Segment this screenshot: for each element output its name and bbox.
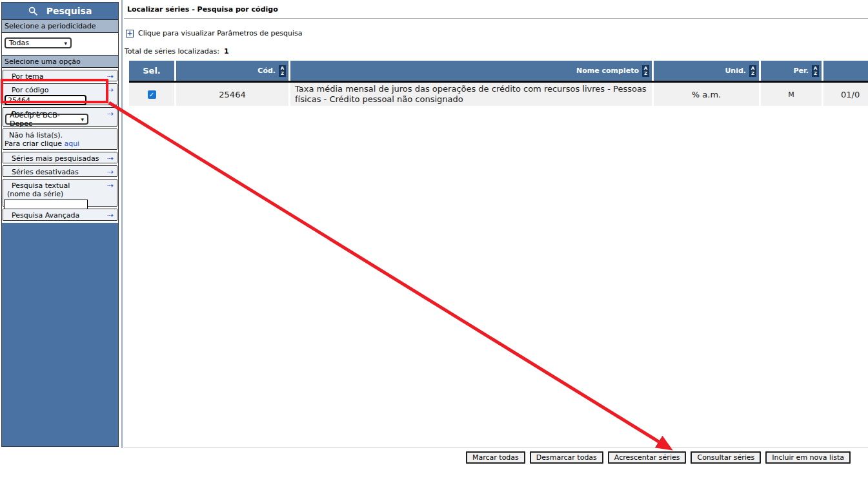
sidebar-item-por-codigo[interactable]: Por código ⇢ <box>3 83 117 105</box>
sidebar-filler <box>2 223 118 446</box>
arrow-right-icon: ⇢ <box>107 181 114 190</box>
series-mais-pesquisadas-label: Séries mais pesquisadas <box>3 152 117 163</box>
sidebar-title: Pesquisa <box>46 6 92 16</box>
sort-letter-a: A <box>751 66 754 71</box>
sidebar-item-por-tema[interactable]: Por tema ⇢ <box>3 70 117 81</box>
cell-name: Taxa média mensal de juros das operações… <box>290 83 652 106</box>
column-header-nome-completo[interactable]: Nome completo AZ <box>290 61 652 81</box>
consultar-series-button[interactable]: Consultar séries <box>691 451 761 464</box>
column-header-label: Unid. <box>725 67 746 75</box>
arrow-right-icon: ⇢ <box>107 72 114 81</box>
periodicity-select[interactable]: Todas ▾ <box>5 37 72 48</box>
sort-letter-z: Z <box>281 71 284 76</box>
periodicity-section-label: Selecione a periodicidade <box>2 19 118 33</box>
sidebar-item-por-fonte[interactable]: Por fonte ⇢ Abecip e BCB-Depec ▾ <box>3 107 117 127</box>
sort-letter-a: A <box>814 66 817 71</box>
cell-code: 25464 <box>176 83 288 106</box>
column-header-codigo[interactable]: Cód. AZ <box>176 61 288 81</box>
total-results: Total de séries localizadas:1 <box>125 47 868 56</box>
pesquisa-textual-label: Pesquisa textual <box>3 180 117 190</box>
series-table-header: Sel. Cód. AZ Nome completo AZ Unid. AZ P… <box>129 61 868 83</box>
por-codigo-input[interactable] <box>5 95 86 105</box>
arrow-right-icon: ⇢ <box>107 154 114 163</box>
table-row: ✓ 25464 Taxa média mensal de juros das o… <box>129 83 868 106</box>
column-header-periodicidade[interactable]: Per. AZ <box>761 61 822 81</box>
sidebar-item-pesquisa-avancada[interactable]: Pesquisa Avançada ⇢ <box>3 209 117 221</box>
column-header-unidade[interactable]: Unid. AZ <box>654 61 759 81</box>
sidebar-item-series-desativadas[interactable]: Séries desativadas ⇢ <box>3 165 117 177</box>
content-bottom-divider <box>124 448 868 448</box>
column-header-inicio <box>823 61 868 81</box>
expand-plus-icon[interactable]: + <box>126 30 134 37</box>
cell-select: ✓ <box>129 83 174 106</box>
sort-letter-a: A <box>281 66 284 71</box>
arrow-right-icon: ⇢ <box>107 109 114 118</box>
pesquisa-avancada-label: Pesquisa Avançada <box>3 209 117 220</box>
marcar-todas-button[interactable]: Marcar todas <box>466 451 525 464</box>
sort-icon[interactable]: AZ <box>642 65 649 77</box>
column-header-label: Sel. <box>143 66 161 76</box>
por-tema-label: Por tema <box>3 70 117 81</box>
arrow-right-icon: ⇢ <box>107 167 114 176</box>
chevron-down-icon: ▾ <box>81 116 84 123</box>
total-results-label: Total de séries localizadas: <box>125 47 219 56</box>
por-fonte-select[interactable]: Abecip e BCB-Depec ▾ <box>5 114 88 125</box>
sidebar-item-series-mais-pesquisadas[interactable]: Séries mais pesquisadas ⇢ <box>3 152 117 163</box>
lists-notice-line2: Para criar clique aqui <box>5 139 117 148</box>
periodicity-select-area: Todas ▾ <box>2 33 118 55</box>
sidebar-item-lists-notice: Não há lista(s). Para criar clique aqui <box>3 129 117 150</box>
desmarcar-todas-button[interactable]: Desmarcar todas <box>530 451 603 464</box>
sort-letter-a: A <box>644 66 647 71</box>
por-fonte-select-value: Abecip e BCB-Depec <box>10 111 81 128</box>
column-header-label: Cód. <box>257 67 276 75</box>
sgs-search-screen: Pesquisa Selecione a periodicidade Todas… <box>0 0 868 494</box>
params-toggle[interactable]: + Clique para visualizar Parâmetros de p… <box>126 29 868 37</box>
pesquisa-textual-sublabel: (nome da série) <box>3 190 117 198</box>
search-icon <box>28 6 38 16</box>
create-list-link[interactable]: aqui <box>64 139 79 148</box>
lists-notice-text: Para criar clique <box>5 139 62 148</box>
row-select-checkbox[interactable]: ✓ <box>148 90 156 99</box>
acrescentar-series-button[interactable]: Acrescentar séries <box>608 451 687 464</box>
params-toggle-label: Clique para visualizar Parâmetros de pes… <box>138 29 303 37</box>
column-header-sel: Sel. <box>129 61 174 81</box>
por-codigo-label: Por código <box>3 84 117 94</box>
sidebar-main-divider <box>121 0 123 448</box>
column-header-label: Nome completo <box>576 67 639 75</box>
sidebar-header: Pesquisa <box>2 3 118 19</box>
results-panel: Localizar séries - Pesquisa por código +… <box>124 0 868 494</box>
pesquisa-textual-input[interactable] <box>4 200 88 209</box>
series-table: Sel. Cód. AZ Nome completo AZ Unid. AZ P… <box>129 61 868 106</box>
page-title: Localizar séries - Pesquisa por código <box>124 0 868 14</box>
column-header-label: Per. <box>793 67 809 75</box>
check-icon: ✓ <box>149 91 154 98</box>
sort-letter-z: Z <box>644 71 647 76</box>
title-divider <box>124 18 868 19</box>
chevron-down-icon: ▾ <box>64 40 67 46</box>
sort-icon[interactable]: AZ <box>279 65 286 77</box>
search-sidebar: Pesquisa Selecione a periodicidade Todas… <box>1 2 119 447</box>
periodicity-select-value: Todas <box>9 39 29 47</box>
action-buttons: Marcar todas Desmarcar todas Acrescentar… <box>466 451 851 464</box>
cell-unit: % a.m. <box>654 83 759 106</box>
arrow-right-icon: ⇢ <box>107 211 114 220</box>
incluir-nova-lista-button[interactable]: Incluir em nova lista <box>765 451 851 464</box>
sort-icon[interactable]: AZ <box>812 65 819 77</box>
option-section-label: Selecione uma opção <box>2 55 118 68</box>
sort-letter-z: Z <box>751 71 754 76</box>
sort-letter-z: Z <box>814 71 817 76</box>
sort-icon[interactable]: AZ <box>749 65 756 77</box>
arrow-right-icon: ⇢ <box>107 85 114 94</box>
cell-start-date: 01/0 <box>823 83 868 106</box>
cell-periodicity: M <box>761 83 822 106</box>
series-desativadas-label: Séries desativadas <box>3 166 117 176</box>
sidebar-item-pesquisa-textual[interactable]: Pesquisa textual ⇢ (nome da série) <box>3 179 117 207</box>
lists-notice-line1: Não há lista(s). <box>5 131 117 139</box>
total-results-value: 1 <box>224 47 229 56</box>
